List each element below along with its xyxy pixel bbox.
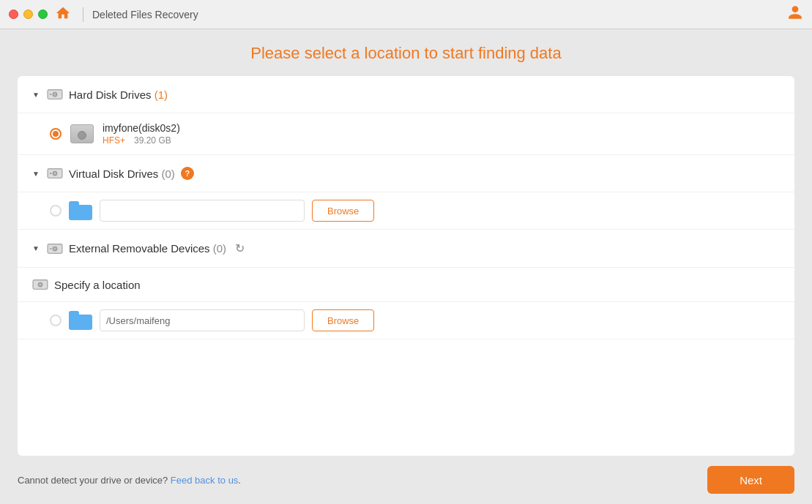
hard-disk-section-header: ▼ Hard Disk Drives (1) (18, 76, 794, 113)
minimize-button[interactable] (23, 10, 33, 19)
virtual-disk-folder-icon (69, 201, 92, 220)
external-devices-section-title: External Removable Devices (0) (69, 242, 226, 255)
traffic-lights (9, 10, 48, 19)
external-devices-chevron[interactable]: ▼ (32, 244, 41, 252)
drive-radio-imyfone[interactable] (50, 128, 62, 140)
external-devices-drive-icon (47, 242, 63, 255)
home-icon[interactable] (55, 5, 71, 24)
maximize-button[interactable] (38, 10, 48, 19)
virtual-disk-radio[interactable] (50, 205, 62, 217)
virtual-disk-browse-button[interactable]: Browse (312, 200, 374, 222)
svg-point-7 (53, 247, 56, 250)
specify-location-browse-row: Browse (18, 302, 794, 339)
specify-location-title: Specify a location (54, 279, 141, 291)
virtual-disk-chevron[interactable]: ▼ (32, 170, 41, 178)
specify-location-icon (32, 278, 48, 291)
close-button[interactable] (9, 10, 18, 19)
specify-location-folder-icon (69, 311, 92, 330)
external-devices-section-header: ▼ External Removable Devices (0) ↻ (18, 230, 794, 268)
drive-name: imyfone(disk0s2) (103, 122, 180, 134)
drive-fs: HFS+ (103, 135, 125, 146)
svg-point-10 (38, 282, 42, 286)
page-heading: Please select a location to start findin… (18, 44, 794, 63)
titlebar: Deleted Files Recovery (0, 0, 812, 29)
drive-size: 39.20 GB (134, 135, 171, 146)
drive-info-imyfone: imyfone(disk0s2) HFS+ 39.20 GB (103, 122, 180, 146)
main-content: Please select a location to start findin… (0, 29, 812, 456)
specify-location-browse-button[interactable]: Browse (312, 309, 374, 331)
hard-disk-drive-icon (47, 88, 63, 101)
virtual-disk-browse-row: Browse (18, 192, 794, 230)
hdd-icon (70, 124, 94, 143)
virtual-disk-help-icon[interactable]: ? (181, 167, 194, 180)
virtual-disk-section-header: ▼ Virtual Disk Drives (0) ? (18, 155, 794, 192)
refresh-icon[interactable]: ↻ (235, 241, 245, 255)
titlebar-divider (83, 7, 83, 22)
locations-card: ▼ Hard Disk Drives (1) imyfone(disk0s2) … (18, 76, 794, 456)
svg-point-4 (53, 171, 56, 175)
virtual-disk-section-title: Virtual Disk Drives (0) (69, 168, 175, 180)
bottom-text: Cannot detect your drive or device? Feed… (18, 475, 241, 486)
svg-point-1 (53, 92, 56, 96)
virtual-disk-drive-icon (47, 167, 63, 180)
drive-item-imyfone: imyfone(disk0s2) HFS+ 39.20 GB (18, 113, 794, 155)
profile-icon[interactable] (787, 4, 803, 24)
bottom-bar: Cannot detect your drive or device? Feed… (0, 456, 812, 504)
drive-meta: HFS+ 39.20 GB (103, 135, 180, 146)
hard-disk-chevron[interactable]: ▼ (32, 91, 41, 99)
virtual-disk-path-input[interactable] (100, 200, 305, 222)
specify-location-path-input[interactable] (100, 309, 305, 331)
hard-disk-section-title: Hard Disk Drives (1) (69, 89, 168, 101)
next-button[interactable]: Next (707, 466, 794, 494)
app-title: Deleted Files Recovery (92, 9, 198, 20)
specify-location-section: Specify a location (18, 268, 794, 302)
specify-location-radio[interactable] (50, 315, 62, 326)
feedback-link[interactable]: Feed back to us (171, 475, 239, 486)
